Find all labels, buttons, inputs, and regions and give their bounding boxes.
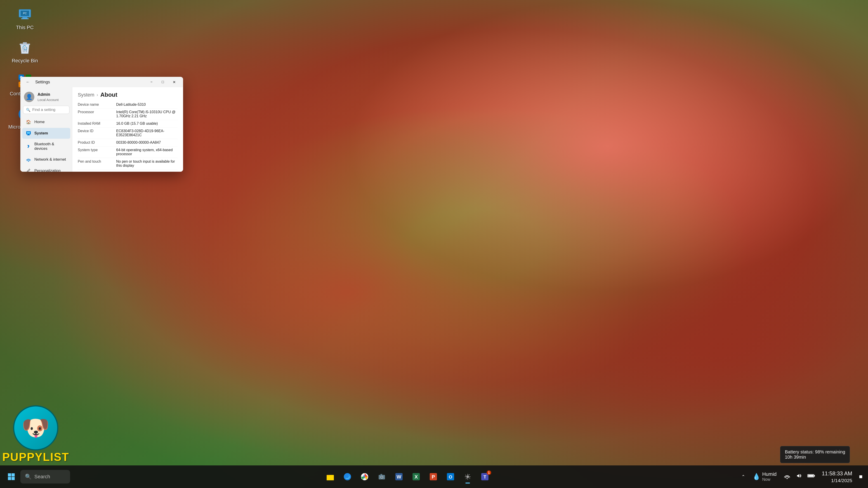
- user-type: Local Account: [37, 97, 59, 102]
- battery-icon[interactable]: [807, 472, 816, 482]
- sidebar-item-home-label: Home: [34, 120, 44, 124]
- table-row: Pen and touch No pen or touch input is a…: [78, 158, 178, 169]
- taskbar-search-label: Search: [34, 474, 50, 480]
- battery-status-line2: 10h 39min: [785, 455, 845, 460]
- svg-rect-2: [22, 17, 27, 18]
- row-label-device-name: Device name: [78, 103, 116, 107]
- sidebar-item-personalization[interactable]: 🖉 Personalization: [22, 165, 70, 172]
- weather-icon: 💧: [752, 473, 761, 480]
- row-value-system-type: 64-bit operating system, x64-based proce…: [116, 148, 178, 156]
- table-row: Device name Dell-Latitude-5310: [78, 101, 178, 108]
- clock-time: 11:58:33 AM: [822, 470, 852, 477]
- row-label-system-type: System type: [78, 148, 116, 156]
- window-title: Settings: [34, 80, 143, 85]
- taskbar-app-word[interactable]: W: [391, 469, 407, 484]
- sidebar-item-system-label: System: [34, 131, 48, 135]
- maximize-button[interactable]: □: [157, 78, 168, 86]
- clock-date: 1/14/2025: [822, 477, 852, 484]
- desktop-icon-recycle-bin[interactable]: Recycle Bin: [7, 40, 43, 64]
- svg-rect-5: [20, 43, 30, 45]
- svg-rect-31: [11, 473, 15, 477]
- user-info: Admin Local Account: [37, 92, 59, 102]
- row-value-product-id: 00330-80000-00000-AA847: [116, 140, 178, 144]
- window-titlebar: ← Settings − □ ✕: [20, 77, 183, 87]
- svg-text:X: X: [414, 474, 418, 480]
- related-links-section: Related links Domain or workgroup System…: [72, 169, 183, 172]
- notification-center-icon[interactable]: ■: [858, 472, 864, 481]
- recycle-bin-label: Recycle Bin: [12, 58, 38, 64]
- taskbar-app-powerpoint[interactable]: P: [426, 469, 441, 484]
- window-back-button[interactable]: ←: [24, 78, 32, 86]
- desktop-icon-this-pc[interactable]: PC This PC: [7, 7, 43, 31]
- sidebar-item-network[interactable]: Network & internet: [22, 154, 70, 165]
- svg-rect-30: [8, 473, 11, 477]
- search-icon-small: 🔍: [26, 108, 31, 112]
- taskbar-app-excel[interactable]: X: [408, 469, 424, 484]
- taskbar-app-settings[interactable]: [460, 469, 475, 484]
- svg-rect-58: [808, 475, 813, 477]
- weather-widget[interactable]: 💧 Humid Now: [750, 470, 779, 483]
- table-row: Product ID 00330-80000-00000-AA847: [78, 139, 178, 147]
- sidebar-item-system[interactable]: System: [22, 128, 70, 139]
- svg-point-56: [786, 478, 787, 479]
- puppy-watermark: 🐶 PUPPYLIST: [2, 405, 69, 464]
- minimize-button[interactable]: −: [146, 78, 157, 86]
- row-value-pen-touch: No pen or touch input is available for t…: [116, 160, 178, 168]
- sidebar-item-bluetooth[interactable]: Bluetooth & devices: [22, 139, 70, 154]
- taskbar-right-area: ⌃ 💧 Humid Now: [741, 469, 864, 485]
- taskbar-app-outlook[interactable]: O: [443, 469, 458, 484]
- table-row: Processor Intel(R) Core(TM) i5-10310U CP…: [78, 108, 178, 120]
- svg-text:T: T: [484, 475, 486, 480]
- this-pc-label: This PC: [16, 24, 34, 31]
- puppy-text-yellow: LIST: [43, 451, 69, 463]
- taskbar-app-edge[interactable]: [340, 469, 355, 484]
- weather-label: Humid: [762, 471, 777, 477]
- taskbar-app-chromium[interactable]: [357, 469, 372, 484]
- breadcrumb: System › About: [72, 87, 183, 101]
- breadcrumb-parent[interactable]: System: [78, 92, 94, 98]
- sidebar-user[interactable]: 👤 Admin Local Account: [20, 90, 72, 106]
- close-button[interactable]: ✕: [168, 78, 180, 86]
- taskbar-app-file-explorer[interactable]: [322, 469, 338, 484]
- svg-rect-32: [8, 477, 11, 480]
- taskbar-search-box[interactable]: 🔍 Search: [20, 470, 70, 484]
- svg-text:O: O: [449, 475, 452, 480]
- network-icon: [26, 157, 31, 162]
- svg-point-25: [28, 161, 29, 162]
- row-label-device-id: Device ID: [78, 129, 116, 137]
- row-label-processor: Processor: [78, 110, 116, 118]
- recycle-bin-icon: [17, 40, 33, 56]
- settings-window: ← Settings − □ ✕ 👤 Admin Local Account 🔍: [20, 77, 183, 172]
- row-value-device-name: Dell-Latitude-5310: [116, 103, 178, 107]
- svg-rect-33: [11, 477, 15, 480]
- svg-rect-35: [327, 476, 334, 480]
- sidebar-item-network-label: Network & internet: [34, 157, 66, 162]
- sidebar-item-home[interactable]: 🏠 Home: [22, 117, 70, 127]
- system-icon: [26, 131, 31, 136]
- row-label-pen-touch: Pen and touch: [78, 160, 116, 168]
- taskbar-app-camera[interactable]: [374, 469, 390, 484]
- desktop-background: [0, 0, 868, 488]
- sidebar-item-bluetooth-label: Bluetooth & devices: [34, 142, 67, 151]
- settings-search-input[interactable]: [32, 107, 66, 112]
- taskbar-apps-area: W X P O: [74, 469, 741, 484]
- svg-rect-23: [28, 134, 29, 135]
- volume-icon[interactable]: [795, 472, 803, 482]
- breadcrumb-separator: ›: [96, 92, 98, 97]
- settings-search-box[interactable]: 🔍: [23, 106, 69, 114]
- settings-sidebar: 👤 Admin Local Account 🔍 🏠 Home: [20, 87, 72, 172]
- table-row: Installed RAM 16.0 GB (15.7 GB usable): [78, 120, 178, 127]
- system-clock[interactable]: 11:58:33 AM 1/14/2025: [819, 469, 855, 485]
- network-status-icon[interactable]: [783, 472, 791, 482]
- user-avatar: 👤: [24, 92, 34, 102]
- system-tray-expand[interactable]: ⌃: [741, 473, 746, 480]
- puppy-text-white: PUPPY: [2, 451, 43, 463]
- taskbar: 🔍 Search: [0, 465, 868, 488]
- user-name: Admin: [37, 92, 59, 97]
- start-button[interactable]: [4, 470, 18, 484]
- bluetooth-icon: [26, 144, 31, 149]
- taskbar-app-teams[interactable]: T 1: [477, 469, 493, 484]
- svg-point-42: [381, 477, 382, 478]
- sidebar-item-personalization-label: Personalization: [34, 168, 61, 172]
- svg-rect-43: [380, 474, 382, 475]
